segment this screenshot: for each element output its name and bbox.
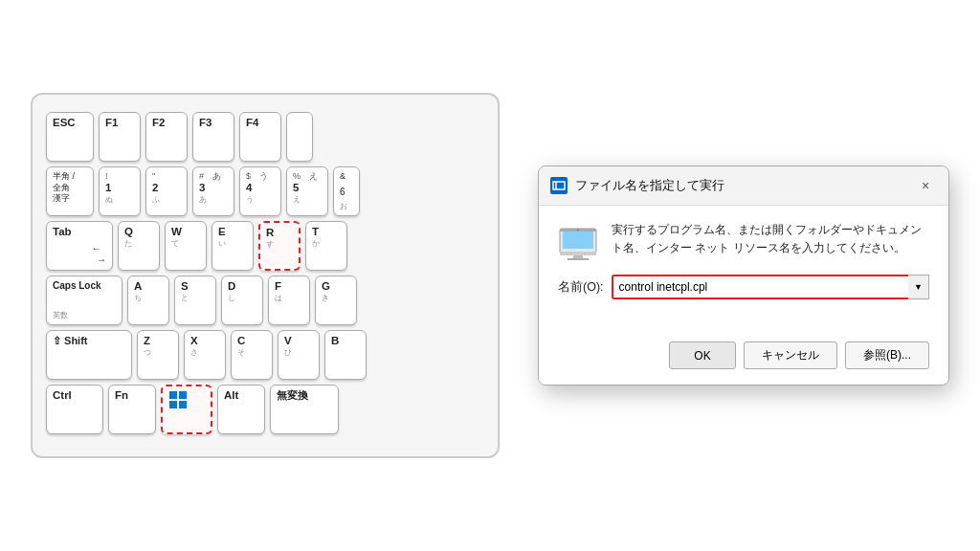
key-capslock[interactable]: Caps Lock 英数 — [46, 276, 122, 325]
svg-rect-7 — [563, 231, 593, 249]
svg-rect-2 — [169, 401, 177, 408]
run-icon — [558, 221, 598, 261]
dialog-input-row: 名前(O): ▼ — [558, 275, 929, 299]
key-b[interactable]: B — [324, 330, 367, 380]
dropdown-button[interactable]: ▼ — [908, 275, 929, 299]
key-v[interactable]: V ひ — [278, 330, 320, 380]
dialog-description: 実行するプログラム名、または開くフォルダーやドキュメント名、インター ネット リ… — [612, 221, 929, 257]
run-input[interactable] — [612, 275, 908, 299]
key-c[interactable]: C そ — [231, 330, 273, 380]
key-f1[interactable]: F1 — [99, 112, 141, 162]
key-x[interactable]: X さ — [184, 330, 226, 380]
key-win[interactable] — [161, 385, 212, 434]
dialog-titlebar: ファイル名を指定して実行 × — [539, 166, 948, 206]
dialog-close-button[interactable]: × — [914, 174, 937, 197]
key-ctrl[interactable]: Ctrl — [46, 385, 103, 434]
svg-rect-10 — [568, 258, 589, 260]
dialog-body: 実行するプログラム名、または開くフォルダーやドキュメント名、インター ネット リ… — [539, 206, 948, 332]
key-3[interactable]: # あ 3 あ — [192, 166, 234, 216]
key-w[interactable]: W て — [165, 221, 207, 271]
keyboard-row-5: Ctrl Fn Alt 無変換 — [46, 385, 484, 434]
key-d[interactable]: D し — [221, 276, 263, 325]
key-g[interactable]: G き — [315, 276, 357, 325]
key-s[interactable]: S と — [174, 276, 216, 325]
windows-logo-icon — [168, 390, 188, 409]
dialog-app-icon — [550, 177, 568, 194]
key-q[interactable]: Q た — [118, 221, 160, 271]
key-f2[interactable]: F2 — [145, 112, 188, 162]
key-hankaku[interactable]: 半角 /全角漢字 — [46, 166, 94, 216]
key-f4[interactable]: F4 — [239, 112, 281, 162]
key-esc[interactable]: ESC — [46, 112, 94, 162]
dialog-title-left: ファイル名を指定して実行 — [550, 177, 724, 194]
keyboard-row-4: ⇧ Shift Z つ X さ C そ — [46, 330, 484, 380]
svg-rect-8 — [560, 252, 596, 255]
dialog-top-section: 実行するプログラム名、または開くフォルダーやドキュメント名、インター ネット リ… — [558, 221, 929, 261]
key-a[interactable]: A ち — [127, 276, 169, 325]
svg-rect-4 — [553, 182, 565, 189]
ok-button[interactable]: OK — [669, 342, 736, 369]
keyboard-row-1: 半角 /全角漢字 ! 1 ぬ " 2 ふ # あ 3 — [46, 166, 484, 216]
keyboard: ESC F1 F2 F3 F4 半角 /全角漢字 ! — [31, 93, 500, 458]
key-e[interactable]: E い — [212, 221, 254, 271]
svg-rect-1 — [179, 391, 187, 399]
key-f5-partial — [286, 112, 313, 162]
key-shift-left[interactable]: ⇧ Shift — [46, 330, 132, 380]
input-wrapper: ▼ — [612, 275, 929, 299]
key-2[interactable]: " 2 ふ — [145, 166, 188, 216]
key-1[interactable]: ! 1 ぬ — [99, 166, 141, 216]
key-z[interactable]: Z つ — [137, 330, 179, 380]
key-f[interactable]: F は — [268, 276, 310, 325]
key-muhenkan[interactable]: 無変換 — [270, 385, 339, 434]
dialog-title: ファイル名を指定して実行 — [575, 177, 724, 194]
dialog-buttons: OK キャンセル 参照(B)... — [539, 332, 948, 385]
svg-rect-0 — [169, 391, 177, 399]
key-6-partial: & 6 お — [333, 166, 360, 216]
keyboard-row-3: Caps Lock 英数 A ち S と D し — [46, 276, 484, 325]
key-tab[interactable]: Tab ← → — [46, 221, 113, 271]
main-container: ESC F1 F2 F3 F4 半角 /全角漢字 ! — [0, 0, 980, 551]
svg-rect-9 — [573, 255, 583, 258]
key-t[interactable]: T か — [305, 221, 347, 271]
key-5[interactable]: % え 5 え — [286, 166, 328, 216]
svg-point-12 — [577, 230, 579, 231]
cancel-button[interactable]: キャンセル — [744, 342, 837, 369]
key-fn[interactable]: Fn — [108, 385, 156, 434]
keyboard-row-2: Tab ← → Q た W て E い — [46, 221, 484, 271]
input-label: 名前(O): — [558, 279, 604, 296]
keyboard-row-0: ESC F1 F2 F3 F4 — [46, 112, 484, 162]
key-alt[interactable]: Alt — [217, 385, 265, 434]
run-dialog: ファイル名を指定して実行 × 実行するプログラム名、または開くフォルダーやドキュ… — [538, 165, 949, 386]
browse-button[interactable]: 参照(B)... — [845, 342, 929, 369]
key-f3[interactable]: F3 — [192, 112, 234, 162]
key-r[interactable]: R す — [258, 221, 301, 271]
svg-rect-3 — [179, 401, 187, 408]
key-4[interactable]: $ う 4 う — [239, 166, 281, 216]
